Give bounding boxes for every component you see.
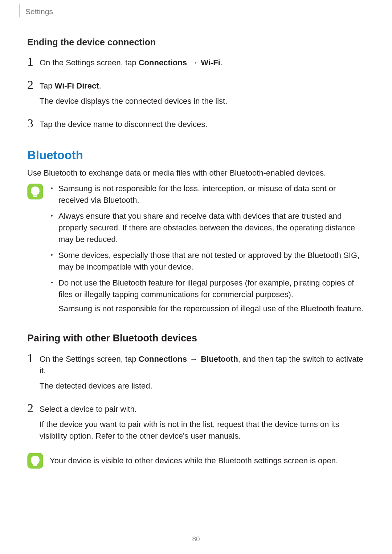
note-item: Always ensure that you share and receive… <box>50 210 365 245</box>
step-1: 1 On the Settings screen, tap Connection… <box>27 352 365 395</box>
text: . <box>220 58 222 67</box>
step-number: 3 <box>27 117 40 130</box>
svg-rect-1 <box>33 194 37 196</box>
step-body: On the Settings screen, tap Connections … <box>40 352 365 395</box>
step-1: 1 On the Settings screen, tap Connection… <box>27 56 365 72</box>
steps-ending-connection: 1 On the Settings screen, tap Connection… <box>27 56 365 134</box>
steps-pairing: 1 On the Settings screen, tap Connection… <box>27 352 365 445</box>
step-extra: If the device you want to pair with is n… <box>40 419 365 442</box>
text: Select a device to pair with. <box>40 403 365 415</box>
subheading-pairing: Pairing with other Bluetooth devices <box>27 333 365 344</box>
tip-text: Your device is visible to other devices … <box>50 452 365 471</box>
step-2: 2 Tap Wi-Fi Direct. The device displays … <box>27 79 365 111</box>
step-extra: The device displays the connected device… <box>40 95 365 107</box>
bold-text: Connections <box>139 354 187 364</box>
svg-rect-5 <box>33 465 37 466</box>
note-icon <box>27 452 50 469</box>
step-3: 3 Tap the device name to disconnect the … <box>27 117 365 134</box>
arrow-icon: → <box>187 58 201 67</box>
step-number: 1 <box>27 352 40 364</box>
text: On the Settings screen, tap <box>40 58 139 67</box>
bold-text: Connections <box>139 58 187 67</box>
note-item: Do not use the Bluetooth feature for ill… <box>50 277 365 315</box>
page-number: 80 <box>0 535 392 543</box>
step-number: 1 <box>27 56 40 68</box>
header-section-label: Settings <box>25 7 53 16</box>
note-icon <box>27 183 50 200</box>
bold-text: Wi-Fi Direct <box>55 81 99 90</box>
bluetooth-intro: Use Bluetooth to exchange data or media … <box>27 167 365 179</box>
bold-text: Wi-Fi <box>201 58 220 67</box>
callout-notes: Samsung is not responsible for the loss,… <box>27 183 365 319</box>
note-bullets: Samsung is not responsible for the loss,… <box>50 183 365 315</box>
text: Do not use the Bluetooth feature for ill… <box>58 278 354 299</box>
step-body: Tap Wi-Fi Direct. The device displays th… <box>40 79 365 111</box>
text: Tap <box>40 81 55 90</box>
text: Samsung is not responsible for the reper… <box>58 303 365 315</box>
bold-text: Bluetooth <box>201 354 238 364</box>
section-title-bluetooth: Bluetooth <box>27 148 365 162</box>
text: Your device is visible to other devices … <box>50 452 365 467</box>
svg-rect-2 <box>33 196 37 197</box>
note-item: Some devices, especially those that are … <box>50 250 365 273</box>
page-content: Ending the device connection 1 On the Se… <box>27 12 365 471</box>
text: Tap the device name to disconnect the de… <box>40 119 365 130</box>
step-body: Tap the device name to disconnect the de… <box>40 117 365 134</box>
note-text: Samsung is not responsible for the loss,… <box>50 183 365 319</box>
arrow-icon: → <box>187 354 201 364</box>
step-extra: The detected devices are listed. <box>40 380 365 392</box>
step-number: 2 <box>27 402 40 414</box>
step-body: On the Settings screen, tap Connections … <box>40 56 365 72</box>
step-number: 2 <box>27 79 40 91</box>
step-body: Select a device to pair with. If the dev… <box>40 402 365 446</box>
note-item: Samsung is not responsible for the loss,… <box>50 183 365 206</box>
svg-rect-4 <box>33 464 37 465</box>
callout-tip: Your device is visible to other devices … <box>27 452 365 471</box>
text: On the Settings screen, tap <box>40 354 139 364</box>
step-2: 2 Select a device to pair with. If the d… <box>27 402 365 446</box>
text: . <box>99 81 101 90</box>
subheading-ending-connection: Ending the device connection <box>27 37 365 48</box>
header-divider <box>19 4 20 17</box>
